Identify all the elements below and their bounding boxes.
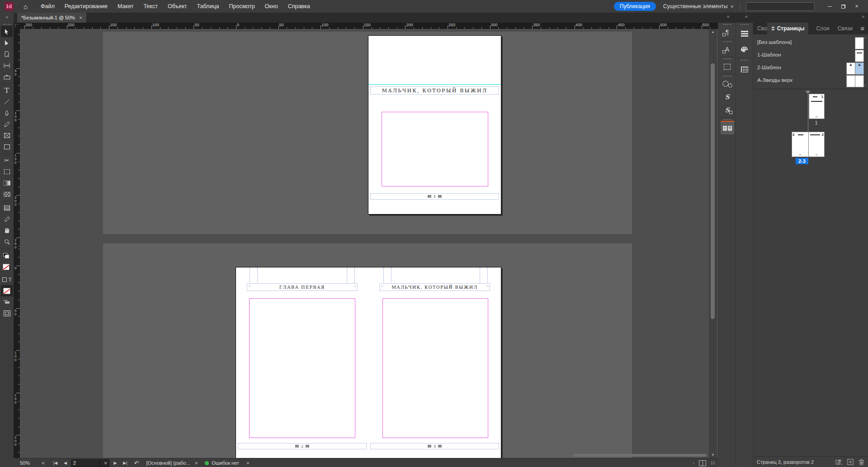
pasteboard-spread-1[interactable] (103, 32, 632, 234)
page2-header-frame[interactable]: ∴ ГЛАВА ПЕРВАЯ ∴ (247, 283, 358, 291)
page-2[interactable]: ∴ ГЛАВА ПЕРВАЯ ∴ 2 (236, 267, 369, 458)
gap-tool[interactable] (1, 60, 13, 71)
rectangle-tool[interactable] (1, 141, 13, 152)
chevron-down-icon[interactable]: ∨ (41, 461, 45, 465)
scripts-panel-icon[interactable] (721, 77, 734, 90)
scroll-up-icon[interactable]: ▲ (709, 29, 717, 35)
text-wrap-panel-icon[interactable]: Т д (721, 121, 734, 134)
menu-window[interactable]: Окно (260, 0, 283, 13)
vertical-scroll-thumb[interactable] (711, 63, 715, 319)
selection-tool[interactable] (1, 26, 13, 37)
page-3[interactable]: ∴ МАЛЬЧИК, КОТОРЫЙ ВЫЖИЛ ∴ 3 (368, 267, 501, 458)
tab-pages[interactable]: Страницы (767, 23, 809, 34)
ruler-origin-box[interactable] (14, 23, 20, 29)
screen-mode-button[interactable] (1, 308, 13, 319)
restore-button[interactable] (836, 1, 850, 12)
ruler-guide-cyan[interactable] (368, 84, 501, 85)
page1-footer-frame[interactable]: 1 (370, 193, 499, 200)
swatches-panel-icon[interactable] (738, 62, 751, 77)
hand-tool[interactable] (1, 225, 13, 236)
spread-2-3-label[interactable]: 2-3 (796, 158, 808, 164)
tab-properties[interactable]: Свойс (753, 23, 767, 34)
menu-edit[interactable]: Редактирование (60, 0, 113, 13)
styles-panel-icon[interactable]: S (721, 91, 734, 103)
template-row[interactable]: 2-Шаблон A A (753, 62, 868, 74)
gradient-feather-tool[interactable] (1, 189, 13, 200)
collapse-icon[interactable]: « (745, 14, 748, 19)
pages-panel-icon[interactable] (738, 26, 751, 41)
page-tool[interactable] (1, 48, 13, 60)
menu-object[interactable]: Объект (163, 0, 192, 13)
drag-handle[interactable] (3, 24, 10, 25)
fill-swatch[interactable] (1, 261, 13, 274)
split-view-icon[interactable] (699, 460, 706, 466)
frame-tool[interactable] (1, 130, 13, 141)
eyedropper-tool[interactable] (1, 214, 13, 225)
page3-footer-frame[interactable]: 3 (370, 443, 499, 449)
page1-header-frame[interactable]: МАЛЬЧИК, КОТОРЫЙ ВЫЖИЛ (370, 86, 499, 95)
content-collector-tool[interactable] (1, 71, 13, 82)
tools-panel-header[interactable]: » (0, 13, 14, 23)
go-back-button[interactable]: ↶ (134, 460, 139, 467)
page-2-thumbnail[interactable]: 2 (792, 132, 809, 157)
drag-handle[interactable] (741, 24, 749, 25)
apply-none-button[interactable] (1, 285, 13, 296)
scroll-up-hint-icon[interactable]: ⌃ (863, 37, 866, 41)
horizontal-ruler[interactable]: 2502001501005005010015020025030035040045… (20, 23, 718, 29)
expand-chevron-icon[interactable]: › (693, 460, 694, 466)
line-tool[interactable] (1, 96, 13, 107)
note-tool[interactable] (1, 202, 13, 214)
drag-handle[interactable] (741, 60, 749, 61)
vertical-ruler[interactable]: 50100150200250050100150200 (14, 29, 20, 458)
page-number-field[interactable]: ∨ (71, 459, 110, 467)
menu-file[interactable]: Файл (36, 0, 60, 13)
paragraph-styles-panel-icon[interactable]: ¶ (721, 26, 734, 38)
chevron-down-icon[interactable]: ∨ (99, 460, 111, 467)
document-tab[interactable]: *Безымянный-1 @ 50% × (17, 13, 86, 23)
gradient-swatch-tool[interactable] (1, 177, 13, 189)
error-status-label[interactable]: Ошибок нет (212, 460, 239, 466)
vertical-scrollbar[interactable]: ▲ ▼ (709, 29, 717, 458)
horizontal-scroll-thumb[interactable] (573, 454, 707, 457)
menu-type[interactable]: Текст (138, 0, 162, 13)
previous-page-button[interactable]: ◀ (61, 461, 70, 465)
direct-selection-tool[interactable] (1, 37, 13, 48)
delete-page-button[interactable] (859, 459, 864, 465)
menu-help[interactable]: Справка (283, 0, 315, 13)
glyph-styles-panel-icon[interactable]: S (721, 104, 734, 116)
scroll-down-hint-icon[interactable]: ⌄ (863, 82, 866, 86)
container-text-toggle[interactable]: T (1, 274, 13, 285)
character-styles-panel-icon[interactable]: A (721, 43, 734, 56)
menu-table[interactable]: Таблица (192, 0, 224, 13)
zoom-tool[interactable] (1, 236, 13, 248)
tab-links[interactable]: Связи (834, 23, 857, 34)
tab-close-icon[interactable]: × (79, 15, 82, 20)
scroll-down-icon[interactable]: ▼ (709, 452, 717, 458)
drag-handle[interactable] (723, 24, 731, 25)
next-page-button[interactable]: ▶ (110, 461, 120, 465)
pen-tool[interactable] (1, 107, 13, 119)
spread-2-3[interactable]: ∴ ГЛАВА ПЕРВАЯ ∴ 2 ∴ МАЛЬЧИК, КОТОРЫЙ ВЫ… (236, 267, 501, 458)
resize-grip-icon[interactable] (711, 461, 715, 465)
fill-stroke-mini-swap[interactable] (1, 250, 13, 261)
frame-options-panel-icon[interactable]: · (721, 60, 734, 73)
tab-layers[interactable]: Слои (812, 23, 833, 34)
document-canvas[interactable]: МАЛЬЧИК, КОТОРЫЙ ВЫЖИЛ 1 ∴ ГЛАВА ПЕРВАЯ … (20, 29, 718, 458)
panel-menu-icon[interactable]: ≡ (857, 23, 868, 34)
zoom-level-value[interactable]: 50% (20, 460, 30, 466)
scissors-tool[interactable]: ✂ (1, 155, 13, 166)
drag-handle[interactable] (723, 119, 731, 120)
pencil-tool[interactable] (1, 119, 13, 130)
page1-image-frame[interactable] (382, 112, 488, 186)
page-3-thumbnail[interactable]: 2 (808, 132, 825, 157)
preview-cell-button[interactable] (1, 296, 13, 308)
edit-page-size-button[interactable] (835, 459, 842, 465)
menu-layout[interactable]: Макет (113, 0, 138, 13)
expand-icon[interactable]: » (862, 14, 864, 19)
page-1-label[interactable]: 1 (809, 120, 824, 125)
collapse-icon[interactable]: « (727, 14, 730, 19)
template-row[interactable]: [Без шаблона] (753, 36, 868, 49)
page-1-thumbnail[interactable]: 1 (809, 94, 825, 119)
minimize-button[interactable] (823, 1, 836, 12)
drag-handle[interactable] (723, 41, 731, 42)
